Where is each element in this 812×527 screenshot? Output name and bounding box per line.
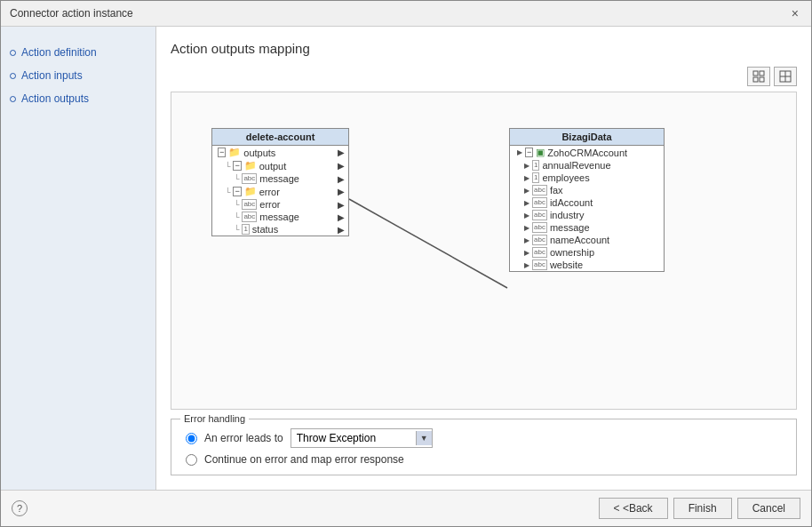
abc-icon: abc <box>532 235 547 245</box>
error-handling-section: Error handling An error leads to Throw E… <box>171 419 797 475</box>
dropdown-arrow-icon: ▼ <box>416 431 432 445</box>
sidebar-item-action-inputs[interactable]: Action inputs <box>10 68 147 84</box>
error-row-2: Continue on error and map error response <box>186 453 782 466</box>
abc-icon: abc <box>532 222 547 233</box>
tree-item: ▶ abc industry <box>510 209 664 221</box>
svg-line-7 <box>349 199 507 288</box>
tree-item: └ − 📁 output ▶ <box>212 159 348 172</box>
fit-view-button[interactable] <box>774 67 797 86</box>
left-arrow-icon: ▶ <box>524 187 529 195</box>
title-bar: Connector action instance × <box>1 1 811 27</box>
finish-button[interactable]: Finish <box>673 498 732 519</box>
expand-icon[interactable]: − <box>525 148 533 157</box>
page-title: Action outputs mapping <box>171 41 797 56</box>
svg-rect-2 <box>753 77 758 82</box>
left-arrow-icon: ▶ <box>524 162 529 170</box>
sidebar-dot <box>10 73 16 79</box>
tree-item: ▶ 1 annualRevenue <box>510 159 664 172</box>
footer: ? < <Back Finish Cancel <box>1 490 811 526</box>
svg-rect-3 <box>760 77 764 82</box>
abc-icon: abc <box>532 197 547 208</box>
tree-item: ▶ abc message <box>510 221 664 234</box>
expand-icon[interactable]: − <box>218 148 226 157</box>
close-button[interactable]: × <box>788 6 802 20</box>
abc-icon: abc <box>242 173 257 184</box>
expand-icon <box>752 70 765 83</box>
folder-icon: 📁 <box>244 160 257 172</box>
error-label-2: Continue on error and map error response <box>204 453 404 466</box>
dialog: Connector action instance × Action defin… <box>0 0 812 527</box>
expand-icon[interactable]: − <box>233 187 241 196</box>
tree-item: └ 1 status ▶ <box>212 223 348 236</box>
folder-icon: 📁 <box>228 147 241 158</box>
arrow-right-icon: ▶ <box>338 212 345 222</box>
help-button[interactable]: ? <box>12 500 28 516</box>
sidebar-dot <box>10 96 16 102</box>
abc-icon: abc <box>242 212 257 222</box>
left-arrow-icon: ▶ <box>524 212 529 220</box>
left-arrow-icon: ▶ <box>524 224 529 232</box>
back-button[interactable]: < <Back <box>599 498 668 519</box>
num-icon: 1 <box>532 160 539 171</box>
target-box: BizagiData ▶ − ▣ ZohoCRMAccount <box>509 128 665 272</box>
expand-icon[interactable]: − <box>233 161 241 171</box>
tree-item: ▶ abc fax <box>510 184 664 196</box>
footer-buttons: < <Back Finish Cancel <box>599 498 800 519</box>
abc-icon: abc <box>532 247 547 258</box>
error-row-1: An error leads to Throw Exception ▼ <box>186 428 782 448</box>
mapping-area: delete-account − 📁 outputs ▶ <box>171 92 797 410</box>
tree-item: ▶ 1 employees <box>510 172 664 184</box>
error-label-1: An error leads to <box>204 432 283 444</box>
sidebar-item-label: Action outputs <box>21 92 89 105</box>
sidebar-item-action-outputs[interactable]: Action outputs <box>10 91 147 107</box>
cancel-button[interactable]: Cancel <box>737 498 800 519</box>
expand-tree-button[interactable] <box>747 67 770 86</box>
fit-icon <box>779 70 792 83</box>
source-box: delete-account − 📁 outputs ▶ <box>211 128 349 236</box>
left-arrow-icon: ▶ <box>517 148 522 156</box>
sidebar-item-label: Action inputs <box>21 69 83 82</box>
tree-item: ▶ abc website <box>510 259 664 271</box>
arrow-right-icon: ▶ <box>338 148 345 157</box>
sidebar: Action definition Action inputs Action o… <box>1 27 156 490</box>
dropdown-value: Throw Exception <box>297 432 376 444</box>
left-arrow-icon: ▶ <box>524 199 529 207</box>
tree-item: └ abc error ▶ <box>212 198 348 211</box>
arrow-right-icon: ▶ <box>338 187 345 196</box>
main-content: Action outputs mapping <box>156 27 811 490</box>
arrow-right-icon: ▶ <box>338 174 345 184</box>
left-arrow-icon: ▶ <box>524 174 529 182</box>
tree-item: ▶ abc ownership <box>510 246 664 259</box>
source-box-header: delete-account <box>212 129 348 146</box>
mapping-canvas: delete-account − 📁 outputs ▶ <box>171 92 796 409</box>
tree-item: └ abc message ▶ <box>212 172 348 185</box>
left-arrow-icon: ▶ <box>524 236 529 244</box>
sidebar-dot <box>10 50 16 56</box>
num-icon: 1 <box>532 172 539 183</box>
folder-icon: 📁 <box>244 186 257 197</box>
sidebar-item-action-definition[interactable]: Action definition <box>10 44 147 60</box>
folder-green-icon: ▣ <box>536 147 545 158</box>
error-radio-2[interactable] <box>186 454 197 466</box>
left-arrow-icon: ▶ <box>524 249 529 257</box>
tree-item: └ abc message ▶ <box>212 211 348 223</box>
arrow-right-icon: ▶ <box>338 161 345 171</box>
tree-item: ▶ − ▣ ZohoCRMAccount <box>510 146 664 159</box>
toolbar <box>171 67 797 86</box>
tree-item: − 📁 outputs ▶ <box>212 146 348 159</box>
sidebar-item-label: Action definition <box>21 46 97 59</box>
arrow-right-icon: ▶ <box>338 225 345 235</box>
dialog-title: Connector action instance <box>10 7 133 20</box>
target-box-header: BizagiData <box>510 129 664 146</box>
error-handling-legend: Error handling <box>180 413 249 424</box>
tree-item: ▶ abc nameAccount <box>510 234 664 246</box>
error-radio-1[interactable] <box>186 433 197 444</box>
throw-exception-dropdown[interactable]: Throw Exception ▼ <box>291 428 433 448</box>
tree-item: └ − 📁 error ▶ <box>212 185 348 198</box>
num-icon: 1 <box>242 224 249 235</box>
abc-icon: abc <box>242 199 257 210</box>
abc-icon: abc <box>532 185 547 196</box>
tree-item: ▶ abc idAccount <box>510 196 664 209</box>
abc-icon: abc <box>532 210 547 220</box>
left-arrow-icon: ▶ <box>524 261 529 269</box>
